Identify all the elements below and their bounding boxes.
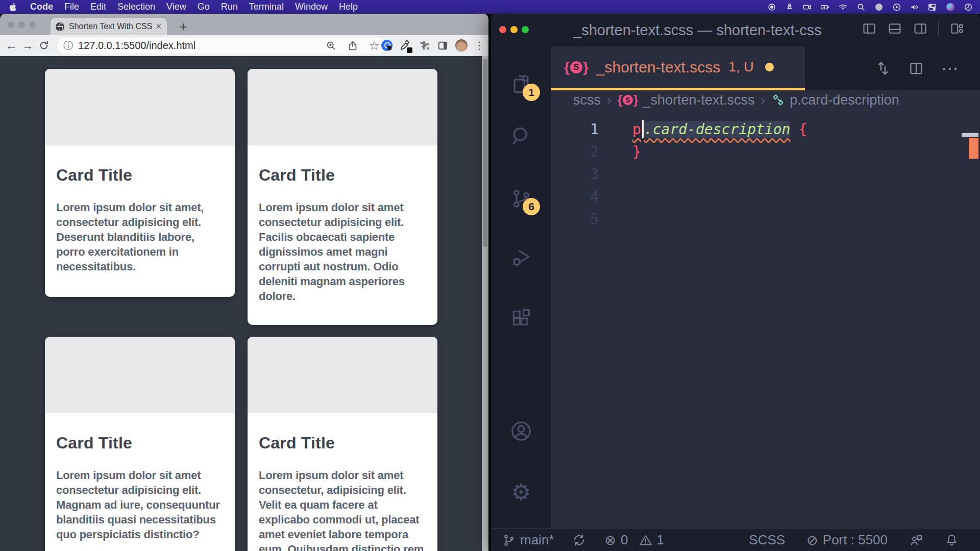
page-scrollbar[interactable] [482,56,488,551]
wifi-icon[interactable] [838,2,848,12]
problems-status[interactable]: ⊗ 0 1 [604,532,664,548]
editor-region: {S} _shorten-text.scss 1, U ⋯ scss › [551,46,980,528]
play-icon[interactable] [892,2,901,12]
settings-gear-icon[interactable]: ⚙ [508,480,534,505]
browser-tab[interactable]: Shorten Text With CSS ✕ [51,18,167,35]
toggle-secondary-sidebar-icon[interactable] [913,21,928,36]
notifications-bell-icon[interactable] [945,533,959,547]
breadcrumb-folder[interactable]: scss [573,92,601,108]
focus-icon[interactable] [874,2,884,12]
feedback-icon[interactable] [909,533,923,547]
split-editor-icon[interactable] [909,61,924,76]
address-bar[interactable]: ⓘ 127.0.0.1:5500/index.html ☆ [57,38,386,54]
live-server-port[interactable]: ⊘ Port : 5500 [806,532,888,548]
language-mode[interactable]: SCSS [749,532,785,548]
zoom-window-button[interactable] [522,26,529,33]
source-control-icon[interactable]: 6 [508,186,534,211]
site-info-icon[interactable]: ⓘ [63,39,73,53]
camera-icon[interactable] [802,2,812,12]
volume-icon[interactable] [910,2,919,12]
eyedropper-icon[interactable] [399,39,411,52]
onepassword-icon[interactable] [381,40,393,51]
menu-item-window[interactable]: Window [289,2,333,12]
rocket-icon[interactable] [785,2,794,12]
code-close-brace: } [632,143,641,160]
forward-button[interactable]: → [19,39,36,53]
apple-menu-icon[interactable] [9,3,17,12]
browser-menu-icon[interactable]: ⋮ [474,39,484,52]
explorer-files-icon[interactable]: 1 [508,71,534,97]
url-text[interactable]: 127.0.0.1:5500/index.html [78,40,326,52]
search-icon[interactable] [508,123,534,149]
card-title: Card Title [259,166,426,185]
sync-changes-button[interactable] [572,533,586,547]
breadcrumb-file[interactable]: {S} _shorten-text.scss [618,92,755,108]
toggle-panel-icon[interactable] [887,21,902,36]
zoom-window-button[interactable] [29,21,36,28]
customize-layout-icon[interactable] [949,21,965,36]
minimize-window-button[interactable] [18,21,25,28]
run-debug-icon[interactable] [508,245,534,270]
menu-item-file[interactable]: File [59,2,85,12]
extensions-icon[interactable] [508,306,534,332]
overview-ruler-cursor-marker [962,133,978,137]
warnings-icon [639,534,652,547]
card-description: Lorem ipsum dolor sit amet consectetur, … [259,468,426,551]
editor-tab[interactable]: {S} _shorten-text.scss 1, U [551,46,805,90]
overview-ruler[interactable] [969,110,980,528]
minimize-window-button[interactable] [510,26,518,33]
tab-title: Shorten Text With CSS [69,22,152,31]
git-branch-status[interactable]: main* [502,532,554,548]
text-cursor [642,120,644,138]
account-icon[interactable] [508,418,534,444]
css-symbol-icon [771,93,785,107]
record-icon[interactable] [767,2,776,12]
tab-favicon-globe-icon [56,22,64,31]
tab-close-icon[interactable]: ✕ [155,22,162,31]
bookmark-star-icon[interactable]: ☆ [369,39,380,53]
code-editor[interactable]: 1 p.card-description{ 2 } 3 4 5 [551,110,980,528]
zoom-icon[interactable] [326,40,337,52]
browser-window: Shorten Text With CSS ✕ + ← → ⓘ 127.0.0.… [0,14,488,551]
menu-item-help[interactable]: Help [333,2,363,12]
open-changes-icon[interactable] [875,60,891,77]
toggle-primary-sidebar-icon[interactable] [862,21,877,36]
side-panel-icon[interactable] [437,40,449,52]
back-button[interactable]: ← [3,39,19,53]
menu-item-view[interactable]: View [161,2,192,12]
card: Card Title Lorem ipsum dolor sit amet, c… [45,69,235,297]
profile-avatar[interactable] [455,39,468,52]
menu-item-selection[interactable]: Selection [112,2,161,12]
clock-icon[interactable] [963,2,973,12]
activity-bar: 1 6 ⚙ [491,46,551,528]
menu-item-run[interactable]: Run [215,2,243,12]
vscode-title-bar: _shorten-text.scss — shorten-text-css [491,14,980,46]
tab-filename: _shorten-text.scss [596,59,720,76]
menu-item-terminal[interactable]: Terminal [243,2,289,12]
page-scrollbar-thumb[interactable] [483,59,487,247]
window-title: _shorten-text.scss — shorten-text-css [573,22,822,39]
vscode-window-controls[interactable] [499,26,529,33]
breadcrumb-symbol[interactable]: p.card-description [771,92,899,108]
vscode-window: _shorten-text.scss — shorten-text-css 1 [491,14,980,551]
tab-problem-git-decoration: 1, U [728,59,754,75]
reload-button[interactable] [36,40,52,51]
siri-icon[interactable] [945,2,955,12]
more-actions-icon[interactable]: ⋯ [941,58,960,79]
control-center-icon[interactable] [927,2,937,12]
source-control-badge: 6 [523,198,540,215]
menu-item-edit[interactable]: Edit [85,2,112,12]
browser-window-controls[interactable] [8,21,36,28]
close-window-button[interactable] [8,21,14,28]
close-window-button[interactable] [499,26,506,33]
share-icon[interactable] [347,40,358,52]
extensions-puzzle-icon[interactable] [418,39,430,52]
menu-item-go[interactable]: Go [192,2,215,12]
spotlight-icon[interactable] [856,2,866,12]
new-tab-button[interactable]: + [176,19,191,34]
battery-icon[interactable] [820,2,830,12]
menu-item-code[interactable]: Code [24,2,59,12]
unsaved-changes-dot[interactable] [765,63,774,71]
card: Card Title Lorem ipsum dolor sit amet co… [45,337,235,551]
breadcrumb-separator: › [761,92,765,108]
